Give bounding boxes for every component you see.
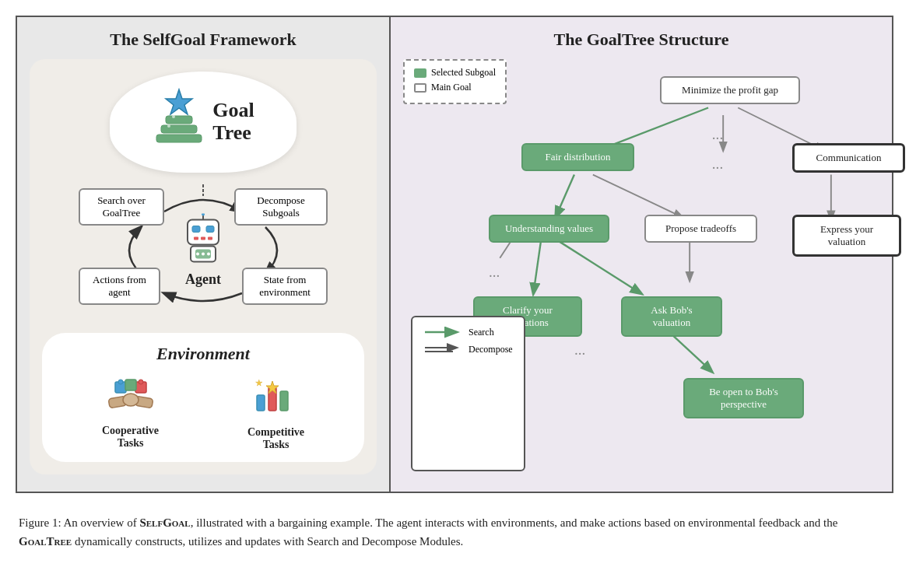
agent-label: Agent	[178, 271, 228, 288]
cooperative-task-item: CooperativeTasks	[102, 374, 159, 450]
box-actions: Actions from agent	[79, 268, 160, 305]
svg-text:...: ...	[712, 126, 723, 142]
svg-point-4	[172, 115, 175, 118]
legend-decompose-label: Decompose	[469, 344, 513, 355]
legend-bottom: Search Decom	[411, 316, 525, 471]
caption-brand2: GoalTree	[19, 535, 72, 548]
svg-rect-2	[161, 125, 197, 133]
left-inner: GoalTree	[30, 59, 377, 474]
node-propose: Propose tradeoffs	[644, 215, 757, 243]
goal-tree-cloud: GoalTree	[110, 72, 297, 173]
caption-suffix: dynamically constructs, utilizes and upd…	[72, 535, 463, 548]
box-decompose: Decompose Subgoals	[234, 188, 328, 226]
goaltree-inner: ... ... ... ... ... ... ... ...	[403, 59, 879, 479]
svg-rect-6	[188, 220, 219, 245]
legend-decompose-item: Decompose	[423, 342, 513, 356]
caption: Figure 1: An overview of SelfGoal, illus…	[16, 506, 872, 554]
competitive-label: CompetitiveTasks	[247, 426, 304, 451]
svg-point-18	[207, 253, 210, 256]
cycle-area: Search over GoalTree Decompose Subgoals …	[79, 180, 328, 320]
node-fair: Fair distribution	[521, 143, 634, 171]
svg-point-23	[118, 380, 123, 384]
left-panel-title: The SelfGoal Framework	[30, 30, 377, 50]
box-search: Search over GoalTree	[79, 188, 164, 226]
svg-point-13	[202, 214, 205, 216]
svg-text:...: ...	[489, 264, 500, 280]
legend-box-green	[414, 68, 426, 78]
legend-box-white	[414, 83, 426, 93]
goal-tree-label: GoalTree	[212, 100, 254, 144]
svg-point-5	[167, 124, 170, 128]
svg-point-21	[123, 394, 139, 406]
legend-search-label: Search	[469, 327, 494, 338]
diagrams-row: The SelfGoal Framework	[16, 16, 893, 493]
svg-rect-26	[125, 380, 136, 390]
competitive-icon	[247, 372, 304, 423]
svg-rect-9	[194, 237, 198, 240]
cooperative-icon	[102, 374, 159, 422]
legend-item-selected: Selected Subgoal	[414, 67, 496, 79]
svg-rect-3	[156, 135, 202, 142]
svg-rect-8	[206, 226, 214, 233]
svg-rect-11	[208, 237, 212, 240]
svg-rect-1	[166, 116, 192, 124]
node-understanding: Understanding values	[489, 215, 609, 243]
main-container: The SelfGoal Framework	[16, 16, 893, 554]
svg-rect-27	[257, 395, 265, 411]
goal-tree-content: GoalTree	[152, 88, 254, 157]
svg-rect-29	[280, 391, 288, 411]
environment-label: Environment	[58, 344, 349, 364]
legend-item-main: Main Goal	[414, 82, 496, 93]
svg-line-36	[593, 175, 683, 218]
svg-text:...: ...	[574, 341, 585, 358]
svg-rect-10	[201, 237, 205, 240]
legend-top: Selected Subgoal Main Goal	[403, 59, 507, 104]
agent-center: Agent	[178, 214, 228, 288]
legend-search-item: Search	[423, 325, 513, 339]
cooperative-label: CooperativeTasks	[102, 425, 159, 450]
caption-middle: , illustrated with a bargaining example.…	[191, 516, 838, 529]
env-tasks: CooperativeTasks	[58, 372, 349, 451]
node-minimize: Minimize the profit gap	[660, 76, 800, 104]
svg-point-16	[196, 253, 199, 256]
svg-point-17	[202, 253, 205, 256]
right-panel-title: The GoalTree Structure	[403, 30, 879, 50]
svg-rect-7	[192, 226, 200, 233]
left-panel: The SelfGoal Framework	[17, 17, 391, 492]
svg-marker-0	[166, 89, 192, 114]
goal-tree-icon	[152, 88, 206, 157]
svg-line-35	[556, 175, 574, 218]
node-ask: Ask Bob's valuation	[621, 296, 722, 337]
svg-marker-31	[255, 380, 261, 386]
competitive-task-item: CompetitiveTasks	[247, 372, 304, 451]
environment-section: Environment	[42, 333, 364, 462]
svg-text:...: ...	[712, 156, 723, 172]
svg-line-41	[560, 242, 641, 294]
node-express: Express your valuation	[792, 215, 901, 257]
right-panel: The GoalTree Structure	[391, 17, 892, 492]
caption-prefix: Figure 1: An overview of	[19, 516, 139, 529]
node-communication: Communication	[792, 143, 905, 173]
legend-main-label: Main Goal	[431, 82, 472, 93]
node-open: Be open to Bob's perspective	[683, 378, 804, 418]
svg-point-25	[139, 380, 143, 384]
box-state: State from environment	[242, 268, 328, 305]
legend-selected-label: Selected Subgoal	[431, 67, 496, 79]
svg-line-39	[533, 242, 541, 294]
caption-brand: SelfGoal	[139, 516, 190, 529]
